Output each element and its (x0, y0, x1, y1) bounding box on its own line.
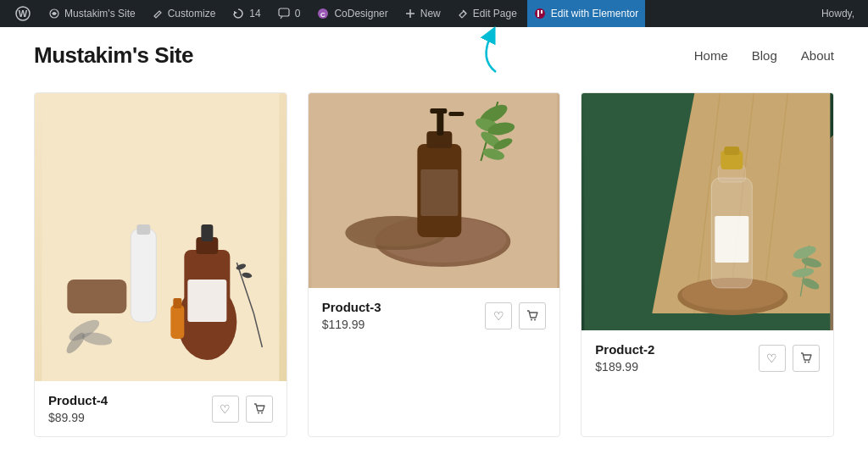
svg-rect-23 (170, 305, 184, 339)
nav-home[interactable]: Home (694, 48, 728, 63)
svg-point-10 (535, 8, 545, 19)
site-title: Mustakim's Site (34, 42, 193, 69)
svg-text:W: W (19, 8, 28, 19)
svg-rect-41 (437, 110, 443, 136)
wp-logo-button[interactable]: W (7, 0, 39, 27)
svg-rect-11 (537, 10, 539, 17)
new-button[interactable]: New (398, 0, 448, 27)
svg-point-52 (531, 318, 532, 320)
admin-bar: W Mustakim's Site Customize 14 0 C (0, 0, 868, 27)
product-image-4 (35, 93, 287, 381)
edit-elementor-button[interactable]: Edit with Elementor (527, 0, 645, 27)
svg-rect-44 (420, 169, 458, 216)
svg-rect-21 (201, 224, 213, 241)
site-name-button[interactable]: Mustakim's Site (42, 0, 142, 27)
product-price-3: $119.99 (322, 318, 486, 331)
svg-rect-15 (67, 280, 126, 313)
svg-rect-43 (448, 112, 464, 116)
product-actions-3: ♡ (485, 302, 546, 329)
product-card-3: Product-3 $119.99 ♡ (308, 92, 561, 437)
cart-button-3[interactable] (519, 302, 546, 329)
cart-button-4[interactable] (246, 396, 273, 423)
edit-page-button[interactable]: Edit Page (451, 0, 524, 27)
product-name-4: Product-4 (48, 393, 212, 407)
svg-rect-42 (430, 108, 447, 114)
cart-button-2[interactable] (793, 345, 820, 372)
svg-rect-24 (173, 298, 181, 308)
svg-point-73 (808, 361, 810, 363)
comments-button[interactable]: 0 (271, 0, 308, 27)
product-price-4: $89.99 (48, 411, 212, 424)
svg-rect-65 (725, 147, 740, 155)
product-info-2: Product-2 $189.99 ♡ (581, 330, 833, 385)
product-details-4: Product-4 $89.99 (48, 393, 212, 424)
svg-text:C: C (321, 11, 326, 19)
svg-rect-66 (715, 216, 749, 263)
product-card-4: Product-4 $89.99 ♡ (34, 92, 287, 437)
main-nav: Home Blog About (694, 48, 834, 63)
product-image-2 (581, 93, 833, 330)
product-price-2: $189.99 (595, 360, 759, 374)
svg-point-72 (804, 361, 806, 363)
svg-marker-3 (234, 11, 237, 14)
product-info-3: Product-3 $119.99 ♡ (309, 288, 560, 343)
svg-rect-12 (541, 10, 542, 14)
product-details-3: Product-3 $119.99 (322, 300, 486, 331)
product-info-4: Product-4 $89.99 ♡ (35, 381, 287, 436)
product-actions-2: ♡ (759, 345, 820, 372)
product-actions-4: ♡ (212, 396, 273, 423)
products-section: Product-4 $89.99 ♡ (0, 84, 868, 454)
codesigner-button[interactable]: C CoDesigner (310, 0, 394, 27)
svg-rect-22 (187, 280, 226, 322)
howdy-text: Howdy, (815, 8, 861, 19)
svg-rect-4 (279, 8, 289, 16)
svg-point-32 (258, 412, 259, 413)
nav-about[interactable]: About (801, 48, 834, 63)
svg-rect-16 (131, 229, 156, 322)
nav-blog[interactable]: Blog (752, 48, 777, 63)
svg-point-53 (534, 318, 536, 320)
product-card-2: Product-2 $189.99 ♡ (581, 92, 834, 437)
wishlist-button-3[interactable]: ♡ (485, 302, 512, 329)
product-name-3: Product-3 (322, 300, 486, 314)
product-name-2: Product-2 (595, 342, 759, 357)
product-image-3 (309, 93, 560, 288)
products-grid: Product-4 $89.99 ♡ (34, 92, 834, 437)
site-header: Mustakim's Site Home Blog About (0, 27, 868, 84)
wishlist-button-4[interactable]: ♡ (212, 396, 239, 423)
updates-button[interactable]: 14 (225, 0, 267, 27)
svg-point-33 (261, 412, 263, 413)
wishlist-button-2[interactable]: ♡ (759, 345, 786, 372)
svg-rect-17 (136, 224, 150, 235)
product-details-2: Product-2 $189.99 (595, 342, 759, 374)
customize-button[interactable]: Customize (146, 0, 223, 27)
